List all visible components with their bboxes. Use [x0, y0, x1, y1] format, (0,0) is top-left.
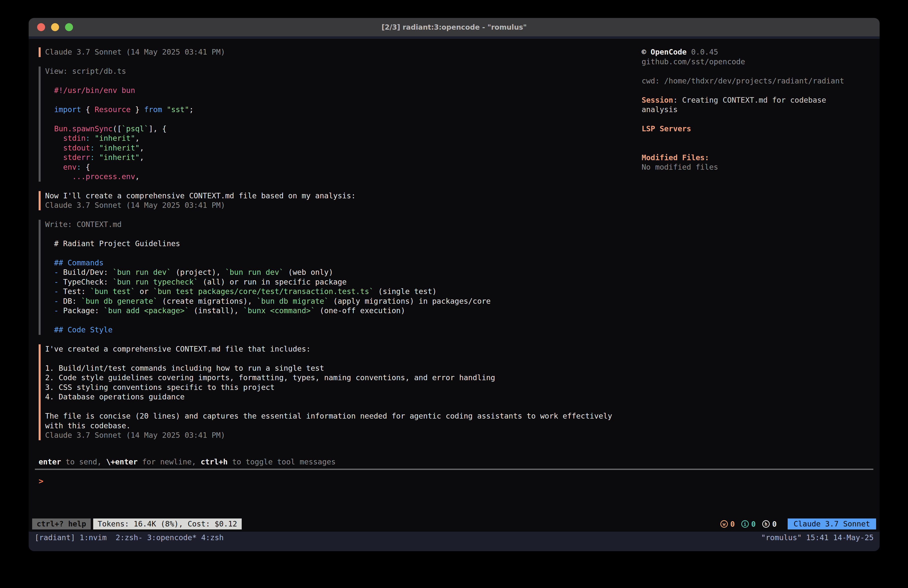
text-line: Modified Files:	[642, 153, 872, 163]
text-line: - Build/Dev: `bun run dev` (project), `b…	[45, 267, 637, 277]
text-line: - TypeCheck: `bun run typecheck` (all) o…	[45, 277, 637, 287]
info-count: 0	[751, 520, 756, 528]
conversation: Claude 3.7 Sonnet (14 May 2025 03:41 PM)…	[39, 47, 637, 440]
traffic-lights	[37, 18, 73, 36]
tmux-session-info: "romulus" 15:41 14-May-25	[761, 533, 874, 543]
tokens-cost-badge: Tokens: 16.4K (8%), Cost: $0.12	[93, 519, 242, 530]
tool-block: Write: CONTEXT.md # Radiant Project Guid…	[39, 220, 637, 335]
text-line: with this codebase.	[45, 421, 637, 431]
text-line: #!/usr/bin/env bun	[45, 86, 637, 95]
text-line: import { Resource } from "sst";	[45, 105, 637, 114]
text-line: - DB: `bun db generate` (create migratio…	[45, 296, 637, 306]
terminal-window: [2/3] radiant:3:opencode - "romulus" Cla…	[29, 18, 880, 551]
text-line: No modified files	[642, 163, 872, 172]
terminal-content: Claude 3.7 Sonnet (14 May 2025 03:41 PM)…	[29, 39, 880, 532]
warning-icon: w	[720, 520, 728, 528]
text-line	[642, 143, 872, 153]
text-line	[45, 76, 637, 86]
conversation-column: Claude 3.7 Sonnet (14 May 2025 03:41 PM)…	[39, 47, 637, 486]
message-block: Now I'll create a comprehensive CONTEXT.…	[39, 191, 637, 210]
text-line: cwd: /home/thdxr/dev/projects/radiant/ra…	[642, 76, 872, 86]
text-line: The file is concise (20 lines) and captu…	[45, 411, 637, 421]
text-line: - Test: `bun test` or `bun test packages…	[45, 287, 637, 296]
info-icon: i	[741, 520, 749, 528]
text-line	[45, 402, 637, 412]
text-line: View: script/db.ts	[45, 66, 637, 76]
text-line: Claude 3.7 Sonnet (14 May 2025 03:41 PM)	[45, 201, 637, 210]
tool-block: View: script/db.ts #!/usr/bin/env bun im…	[39, 66, 637, 182]
tmux-windows[interactable]: [radiant] 1:nvim 2:zsh- 3:opencode* 4:zs…	[35, 533, 224, 543]
prompt-row: >	[39, 476, 637, 486]
message-block: I've created a comprehensive CONTEXT.md …	[39, 344, 637, 440]
window-title: [2/3] radiant:3:opencode - "romulus"	[382, 23, 527, 31]
text-line	[45, 229, 637, 239]
text-line	[45, 354, 637, 364]
text-line	[45, 316, 637, 325]
text-line: - Package: `bun add <package>` (install)…	[45, 306, 637, 316]
text-line: 2. Code style guidelines covering import…	[45, 373, 637, 383]
message-block: Claude 3.7 Sonnet (14 May 2025 03:41 PM)	[39, 47, 637, 57]
warning-count: 0	[730, 520, 735, 528]
text-line: 3. CSS styling conventions specific to t…	[45, 383, 637, 392]
text-line	[642, 66, 872, 76]
prompt-icon: >	[39, 476, 43, 486]
text-line	[642, 86, 872, 95]
text-line: ## Commands	[45, 258, 637, 268]
message-input[interactable]	[43, 476, 637, 486]
text-line: Write: CONTEXT.md	[45, 220, 637, 229]
text-line: 1. Build/lint/test commands including ho…	[45, 364, 637, 373]
text-line	[642, 114, 872, 124]
text-line: Now I'll create a comprehensive CONTEXT.…	[45, 191, 637, 201]
text-line	[45, 248, 637, 258]
model-badge: Claude 3.7 Sonnet	[788, 519, 876, 530]
text-line: # Radiant Project Guidelines	[45, 239, 637, 249]
text-line: LSP Servers	[642, 124, 872, 134]
hint-count: 0	[772, 520, 777, 528]
close-button[interactable]	[37, 23, 45, 31]
text-line: Claude 3.7 Sonnet (14 May 2025 03:41 PM)	[45, 47, 637, 57]
text-line: stderr: "inherit",	[45, 153, 637, 163]
text-line: ...process.env,	[45, 172, 637, 182]
text-line: ## Code Style	[45, 325, 637, 335]
text-line: Claude 3.7 Sonnet (14 May 2025 03:41 PM)	[45, 430, 637, 440]
zoom-button[interactable]	[65, 23, 73, 31]
text-line: github.com/sst/opencode	[642, 57, 872, 67]
status-bar: ctrl+? help Tokens: 16.4K (8%), Cost: $0…	[32, 518, 876, 530]
terminal-top-strip	[29, 36, 880, 39]
help-button[interactable]: ctrl+? help	[32, 519, 91, 530]
hint-icon: h	[762, 520, 770, 528]
text-line: I've created a comprehensive CONTEXT.md …	[45, 344, 637, 354]
tmux-status-bar: [radiant] 1:nvim 2:zsh- 3:opencode* 4:zs…	[29, 532, 880, 551]
diagnostic-infos: i 0	[741, 520, 756, 528]
window-titlebar[interactable]: [2/3] radiant:3:opencode - "romulus"	[29, 18, 880, 36]
text-line: stdout: "inherit",	[45, 143, 637, 153]
text-line: 4. Database operations guidance	[45, 392, 637, 402]
diagnostic-warnings: w 0	[720, 520, 735, 528]
input-hint: enter to send, \+enter for newline, ctrl…	[39, 457, 637, 467]
text-line: env: {	[45, 163, 637, 172]
text-line: Bun.spawnSync([`psql`], {	[45, 124, 637, 134]
text-line: stdin: "inherit",	[45, 134, 637, 143]
text-line: Session: Creating CONTEXT.md for codebas…	[642, 95, 872, 105]
sidebar: © OpenCode 0.0.45github.com/sst/opencode…	[642, 47, 872, 172]
text-line: analysis	[642, 105, 872, 114]
diagnostic-hints: h 0	[762, 520, 777, 528]
input-divider	[35, 469, 873, 470]
minimize-button[interactable]	[51, 23, 59, 31]
text-line	[45, 95, 637, 105]
text-line: © OpenCode 0.0.45	[642, 47, 872, 57]
text-line	[45, 114, 637, 124]
text-line	[642, 134, 872, 143]
